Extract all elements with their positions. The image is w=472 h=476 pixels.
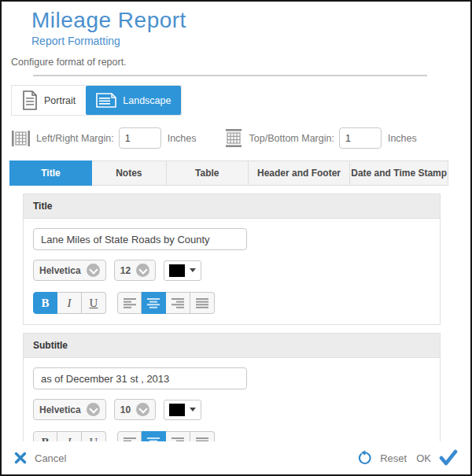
left-right-margin-label: Left/Right Margin: <box>36 133 114 144</box>
landscape-label: Landscape <box>123 95 171 106</box>
tab-header-and-footer[interactable]: Header and Footer <box>249 161 351 186</box>
align-right-icon <box>171 298 184 308</box>
underline-icon: U <box>90 297 98 310</box>
align-justify-icon <box>196 298 208 308</box>
title-align-justify-button[interactable] <box>190 292 215 314</box>
caret-down-icon <box>190 268 196 272</box>
title-panel-heading: Title <box>24 194 440 219</box>
tab-date-and-time-stamp[interactable]: Date and Time Stamp <box>350 161 448 186</box>
subtitle-font-family-value: Helvetica <box>39 404 81 415</box>
title-align-center-button[interactable] <box>142 292 166 314</box>
ok-label: OK <box>416 452 431 464</box>
divider <box>33 75 427 76</box>
portrait-button[interactable]: Portrait <box>12 86 86 115</box>
title-style-group: B I U <box>33 292 106 314</box>
tab-title[interactable]: Title <box>9 161 92 186</box>
tab-header-and-footer-label: Header and Footer <box>257 168 341 179</box>
top-bottom-margin-input[interactable] <box>339 127 382 149</box>
title-align-left-button[interactable] <box>117 292 142 314</box>
tab-notes-label: Notes <box>116 168 142 179</box>
subtitle-font-family-dropdown[interactable]: Helvetica <box>33 399 106 420</box>
dialog-header: Mileage Report Report Formatting <box>2 2 470 47</box>
page-subtitle: Report Formatting <box>31 35 470 47</box>
title-font-color-picker[interactable] <box>164 260 201 281</box>
title-bold-button[interactable]: B <box>33 292 57 314</box>
title-italic-button[interactable]: I <box>57 292 82 314</box>
tab-notes[interactable]: Notes <box>92 161 167 186</box>
caret-down-icon <box>190 408 196 411</box>
align-center-icon <box>147 298 160 308</box>
landscape-page-icon <box>96 92 116 109</box>
cancel-label: Cancel <box>35 452 66 464</box>
bold-icon: B <box>41 297 49 310</box>
reset-label: Reset <box>380 452 407 464</box>
title-text-input[interactable] <box>33 228 247 250</box>
chevron-down-icon <box>136 264 149 277</box>
subtitle-font-size-dropdown[interactable]: 10 <box>114 399 156 420</box>
tab-date-and-time-stamp-label: Date and Time Stamp <box>351 168 447 179</box>
orientation-toggle: Portrait Landscape <box>11 85 182 116</box>
title-font-size-value: 12 <box>120 265 131 276</box>
title-align-group <box>117 292 215 314</box>
title-panel-body: Helvetica 12 B I U <box>24 219 440 324</box>
margins-row: Left/Right Margin: Inches Top/Bottom Mar… <box>11 127 470 149</box>
title-font-size-dropdown[interactable]: 12 <box>114 260 156 281</box>
description-text: Configure format of report. <box>11 57 470 68</box>
tab-title-label: Title <box>41 168 60 179</box>
tab-table[interactable]: Table <box>167 161 249 186</box>
chevron-down-icon <box>136 403 149 416</box>
top-bottom-margin-icon <box>223 128 244 148</box>
color-swatch <box>169 404 185 416</box>
title-panel: Title Helvetica 12 B <box>23 194 441 325</box>
portrait-label: Portrait <box>44 95 76 106</box>
mileage-report-dialog: Mileage Report Report Formatting Configu… <box>0 0 472 476</box>
portrait-page-icon <box>22 90 38 110</box>
left-right-margin-icon <box>11 128 31 149</box>
left-right-margin-group: Left/Right Margin: Inches <box>11 127 197 149</box>
left-right-units-label: Inches <box>168 133 197 144</box>
subtitle-font-color-picker[interactable] <box>164 400 201 420</box>
align-left-icon <box>124 298 136 308</box>
left-right-margin-input[interactable] <box>119 127 161 149</box>
ok-button[interactable]: OK <box>416 449 458 467</box>
title-format-row: B I U <box>33 292 430 314</box>
subtitle-font-row: Helvetica 10 <box>33 399 430 420</box>
footer-right-actions: Reset OK <box>356 449 458 467</box>
chevron-down-icon <box>87 403 100 416</box>
cancel-button[interactable]: Cancel <box>14 452 66 464</box>
reset-button[interactable]: Reset <box>356 450 407 466</box>
page-title: Mileage Report <box>31 8 470 33</box>
top-bottom-margin-group: Top/Bottom Margin: Inches <box>223 127 417 149</box>
title-align-right-button[interactable] <box>166 292 190 314</box>
subtitle-text-input[interactable] <box>33 367 247 389</box>
top-bottom-units-label: Inches <box>388 133 417 144</box>
format-tabs: Title Notes Table Header and Footer Date… <box>9 161 448 186</box>
reset-icon <box>356 450 372 466</box>
top-bottom-margin-label: Top/Bottom Margin: <box>249 133 334 144</box>
italic-icon: I <box>68 297 72 310</box>
subtitle-panel-heading: Subtitle <box>24 334 440 358</box>
tab-table-label: Table <box>195 168 219 179</box>
title-underline-button[interactable]: U <box>82 292 106 314</box>
cancel-x-icon <box>14 452 27 464</box>
title-font-row: Helvetica 12 <box>33 260 430 281</box>
landscape-button[interactable]: Landscape <box>86 86 181 115</box>
dialog-footer: Cancel Reset OK <box>2 441 470 474</box>
title-font-family-dropdown[interactable]: Helvetica <box>33 260 106 281</box>
color-swatch <box>169 264 185 277</box>
title-font-family-value: Helvetica <box>39 265 81 276</box>
subtitle-font-size-value: 10 <box>120 404 131 415</box>
ok-check-icon <box>439 449 458 467</box>
chevron-down-icon <box>87 264 100 277</box>
